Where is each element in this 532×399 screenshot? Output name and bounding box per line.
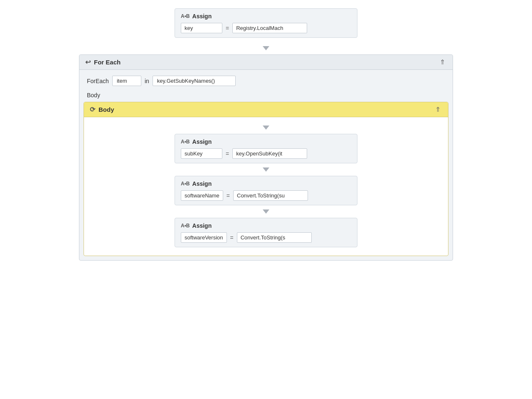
foreach-container: ↩ For Each ⇑ ForEach item in key.GetSubK…: [79, 54, 453, 261]
assign-softwarename-right[interactable]: Convert.ToString(su: [233, 190, 308, 201]
assign-softwarename-left[interactable]: softwareName: [181, 190, 223, 201]
foreach-expression-field[interactable]: key.GetSubKeyNames(): [153, 76, 236, 86]
assign-row-2: subKey = key.OpenSubKey(it: [181, 148, 351, 159]
foreach-in-label: in: [145, 78, 149, 84]
assign-row-3: softwareName = Convert.ToString(su: [181, 190, 351, 201]
assign-title-2: Assign: [192, 138, 212, 145]
assign-softwareversion-right[interactable]: Convert.ToString(s: [237, 232, 312, 243]
assign-block-subkey: A•B Assign subKey = key.OpenSubKey(it: [175, 134, 357, 163]
body-label: Body: [79, 90, 453, 102]
body-connector-3: [92, 205, 440, 218]
assign-icon-3: A•B: [181, 181, 190, 187]
assign-title-4: Assign: [192, 222, 212, 229]
foreach-label: ForEach: [87, 78, 109, 84]
foreach-header-left: ↩ For Each: [85, 58, 121, 66]
assign-block-softwarename: A•B Assign softwareName = Convert.ToStri…: [175, 176, 357, 205]
assign-block-softwareversion: A•B Assign softwareVersion = Convert.ToS…: [175, 218, 357, 247]
assign-title-3: Assign: [192, 180, 212, 187]
arrow-down-icon-2: [263, 126, 269, 130]
assign-title: Assign: [192, 13, 212, 20]
foreach-title: For Each: [94, 59, 121, 66]
equals-sign-3: =: [225, 192, 232, 199]
equals-sign-2: =: [224, 150, 231, 157]
assign-icon-4: A•B: [181, 223, 190, 229]
body-connector-2: [92, 163, 440, 176]
assign-right-field[interactable]: Registry.LocalMach: [232, 23, 307, 33]
foreach-icon: ↩: [85, 58, 91, 66]
foreach-header: ↩ For Each ⇑: [79, 55, 453, 70]
body-inner-container: ⟳ Body ⇑ A•B Assign subK: [84, 102, 448, 256]
body-connector-top: [92, 121, 440, 134]
body-inner-icon: ⟳: [90, 106, 95, 113]
assign-icon: A•B: [181, 13, 190, 19]
body-inner-header: ⟳ Body ⇑: [84, 102, 448, 117]
connector-1: [66, 42, 466, 54]
assign-header-3: A•B Assign: [181, 180, 351, 187]
arrow-down-icon-3: [263, 167, 269, 172]
arrow-down-icon: [263, 46, 269, 50]
assign-left-field[interactable]: key: [181, 23, 222, 33]
foreach-var-field[interactable]: item: [112, 76, 141, 86]
workflow-canvas: A•B Assign key = Registry.LocalMach ↩ Fo…: [0, 0, 532, 399]
assign-subkey-left[interactable]: subKey: [181, 148, 222, 159]
equals-sign: =: [224, 25, 231, 32]
arrow-down-icon-4: [263, 209, 269, 214]
top-assign-block: A•B Assign key = Registry.LocalMach: [175, 8, 357, 38]
assign-header: A•B Assign: [181, 13, 351, 20]
assign-header-2: A•B Assign: [181, 138, 351, 145]
foreach-variables-row: ForEach item in key.GetSubKeyNames(): [79, 70, 453, 90]
assign-header-4: A•B Assign: [181, 222, 351, 229]
assign-row: key = Registry.LocalMach: [181, 23, 351, 33]
body-collapse-button[interactable]: ⇑: [433, 106, 442, 113]
body-inner-content: A•B Assign subKey = key.OpenSubKey(it: [84, 117, 448, 256]
foreach-collapse-button[interactable]: ⇑: [438, 58, 447, 66]
equals-sign-4: =: [229, 234, 235, 241]
assign-softwareversion-left[interactable]: softwareVersion: [181, 232, 227, 243]
assign-row-4: softwareVersion = Convert.ToString(s: [181, 232, 351, 243]
body-inner-header-left: ⟳ Body: [90, 106, 114, 113]
assign-subkey-right[interactable]: key.OpenSubKey(it: [232, 148, 307, 159]
body-inner-title: Body: [99, 106, 114, 113]
assign-icon-2: A•B: [181, 139, 190, 145]
